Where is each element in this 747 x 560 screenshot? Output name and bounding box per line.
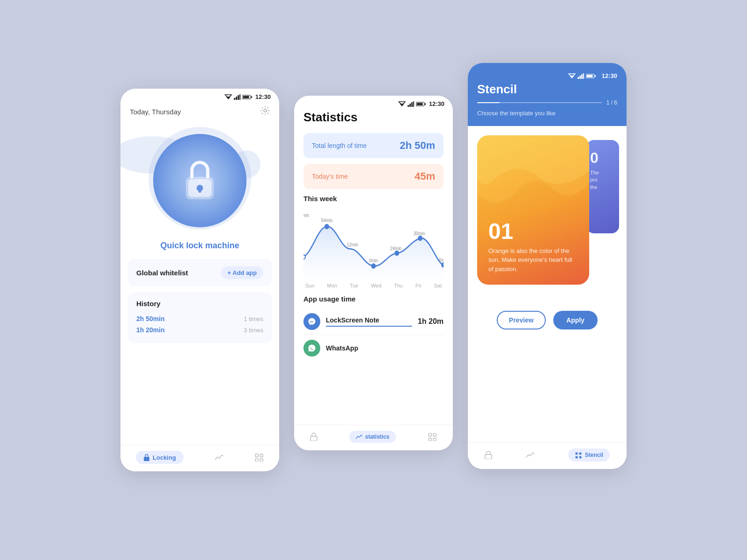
svg-rect-21: [408, 105, 409, 107]
svg-rect-57: [579, 452, 581, 455]
svg-rect-7: [243, 96, 249, 98]
app-name-1: LockScreen Note: [326, 316, 412, 324]
svg-text:0min: 0min: [369, 258, 378, 263]
total-label: Total length of time: [312, 142, 367, 149]
lock-icon: [179, 157, 221, 204]
stats-title: Statistics: [303, 110, 444, 125]
nav-stencil-3[interactable]: Stencil: [568, 448, 610, 462]
lock-area: [120, 122, 279, 234]
svg-rect-55: [485, 455, 492, 459]
app-usage-title: App usage time: [303, 295, 444, 303]
bottom-nav-3: Stencil: [468, 442, 627, 469]
today-time-card: Today's time 45m: [303, 164, 444, 189]
history-row-1: 2h 50min 1 times: [136, 313, 263, 324]
signal-icon: [234, 94, 240, 100]
svg-point-29: [325, 224, 329, 229]
nav-locking-3[interactable]: [485, 451, 492, 459]
status-time-1: 12:30: [255, 93, 271, 100]
week-chart: 36min 54min 12min 0min 24min 30min 6min: [303, 206, 444, 281]
today-value: 45m: [415, 170, 435, 182]
svg-rect-15: [255, 454, 258, 457]
nav-stats-1[interactable]: [214, 453, 224, 462]
chart-days: Sun Mon Tue Wed Thu Fri Sat: [303, 283, 444, 288]
nav-stencil-2[interactable]: [428, 433, 437, 441]
svg-point-30: [372, 264, 375, 268]
svg-rect-14: [144, 457, 149, 461]
svg-text:12min: 12min: [347, 242, 359, 247]
day-thu: Thu: [394, 283, 403, 288]
svg-rect-5: [240, 94, 240, 100]
signal-icon-3: [578, 73, 584, 79]
messenger-icon: [308, 317, 316, 326]
quick-lock-label: Quick lock machine: [120, 234, 279, 259]
whitelist-label: Global whitelist: [136, 269, 188, 277]
nav-locking[interactable]: Locking: [136, 451, 183, 464]
stencil-card-main: 01 Orange is also the color of the sun, …: [477, 135, 589, 285]
app-icon-2: [303, 340, 320, 357]
svg-rect-13: [198, 188, 201, 193]
chart-area: 36min 54min 12min 0min 24min 30min 6min: [303, 206, 444, 281]
svg-rect-24: [413, 101, 414, 107]
svg-rect-27: [425, 103, 426, 105]
svg-point-33: [442, 263, 444, 267]
svg-marker-47: [569, 74, 575, 77]
page-number: 1 / 6: [606, 99, 617, 106]
svg-point-32: [418, 236, 422, 240]
app-row-2-partial: WhatsApp: [303, 335, 444, 357]
lock-nav-icon: [143, 454, 150, 461]
svg-point-28: [303, 255, 305, 259]
svg-text:24min: 24min: [390, 245, 402, 251]
svg-rect-45: [433, 438, 436, 441]
svg-rect-50: [581, 74, 583, 79]
nav-locking-label: Locking: [153, 454, 176, 461]
nav-stats-2[interactable]: statistics: [349, 431, 396, 443]
bottom-nav-2: statistics: [294, 425, 453, 450]
signal-icon-2: [408, 101, 414, 107]
stencil-title: Stencil: [477, 82, 617, 97]
svg-rect-58: [575, 456, 578, 458]
nav-locking-2[interactable]: [310, 433, 317, 441]
day-sat: Sat: [434, 283, 442, 288]
history-time-1: 2h 50min: [136, 315, 165, 322]
nav-stencil-1[interactable]: [254, 453, 264, 462]
battery-icon-2: [416, 101, 426, 107]
svg-rect-23: [411, 102, 413, 107]
history-count-1: 1 times: [244, 315, 263, 322]
svg-rect-54: [595, 75, 596, 77]
phone-statistics: 12:30 Statistics Total length of time 2h…: [294, 96, 453, 450]
grid-nav-icon-1: [254, 453, 264, 462]
svg-marker-20: [399, 102, 405, 105]
svg-text:6min: 6min: [439, 257, 444, 263]
svg-text:54min: 54min: [321, 218, 333, 224]
preview-button[interactable]: Preview: [497, 311, 546, 329]
apply-button[interactable]: Apply: [553, 311, 598, 329]
wifi-icon: [225, 94, 232, 100]
svg-rect-53: [586, 75, 592, 77]
gear-icon[interactable]: [261, 106, 270, 118]
nav-stats-3[interactable]: [525, 451, 535, 459]
phone-stencil: 12:30 Stencil 1 / 6 Choose the template …: [468, 63, 627, 469]
svg-rect-56: [575, 452, 578, 455]
phone-locking: 12:30 Today, Thursday: [120, 89, 279, 471]
svg-rect-51: [583, 73, 584, 79]
svg-rect-22: [409, 104, 411, 107]
whitelist-card: Global whitelist + Add app: [128, 259, 272, 287]
p1-header: Today, Thursday: [120, 103, 279, 122]
svg-rect-42: [429, 434, 431, 436]
history-count-2: 3 times: [244, 327, 263, 334]
history-card: History 2h 50min 1 times 1h 20min 3 time…: [128, 292, 272, 343]
day-wed: Wed: [371, 283, 381, 288]
battery-icon-3: [586, 73, 596, 79]
progress-bar: [477, 102, 602, 103]
stencil-card-next: 0 Theprothe: [586, 140, 619, 233]
svg-rect-44: [429, 438, 431, 441]
status-bar-2: 12:30: [294, 96, 453, 110]
svg-point-9: [264, 109, 267, 112]
nav-stencil-label: Stencil: [585, 452, 603, 458]
svg-rect-3: [236, 97, 237, 100]
day-sun: Sun: [305, 283, 315, 288]
history-title: History: [136, 300, 263, 308]
svg-rect-48: [578, 77, 579, 79]
add-app-button[interactable]: + Add app: [221, 266, 263, 279]
card-main-text: Orange is also the color of the sun, Mak…: [488, 246, 578, 274]
